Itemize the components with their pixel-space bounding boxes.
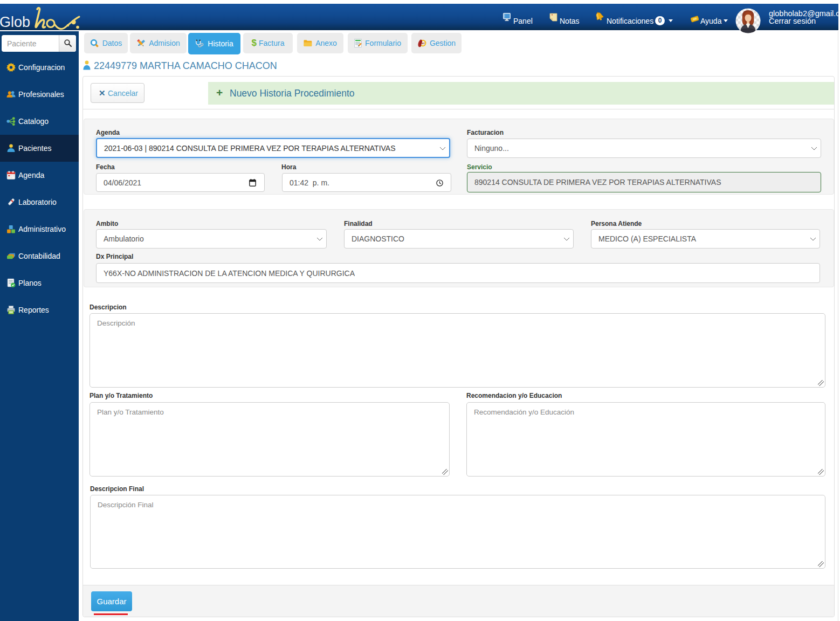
- svg-text:Glob: Glob: [0, 14, 30, 30]
